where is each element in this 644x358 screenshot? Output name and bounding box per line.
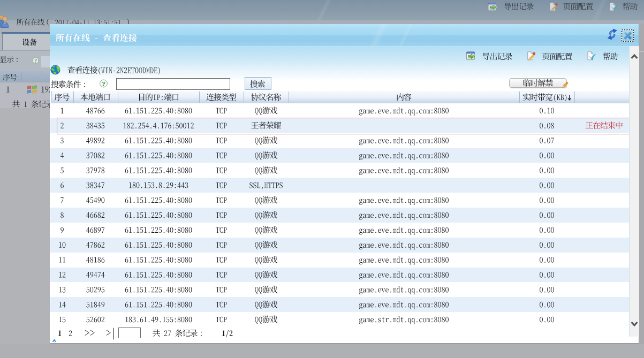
svg-text:?: ? [34,58,37,64]
svg-text:?: ? [102,80,105,88]
